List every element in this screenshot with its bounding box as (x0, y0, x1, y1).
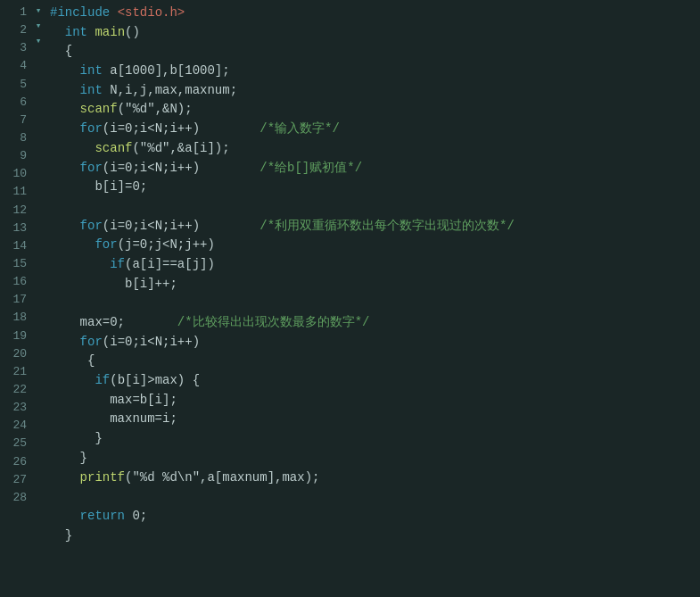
code-line: for(i=0;i<N;i++) /*输入数字*/ (50, 120, 700, 139)
code-line: } (50, 449, 700, 468)
code-line (50, 294, 700, 313)
code-line: int a[1000],b[1000]; (50, 62, 700, 81)
code-line: max=b[i]; (50, 391, 700, 410)
code-content[interactable]: #include <stdio.h> int main() { int a[10… (45, 4, 700, 593)
code-line: scanf("%d",&N); (50, 100, 700, 120)
code-line: for(i=0;i<N;i++) (50, 333, 700, 352)
code-line: } (50, 429, 700, 449)
line-numbers: 1234567891011121314151617181920212223242… (0, 4, 32, 593)
code-line: return 0; (50, 507, 700, 527)
code-line: maxnum=i; (50, 410, 700, 429)
code-line: if(b[i]>max) { (50, 371, 700, 391)
code-editor: 1234567891011121314151617181920212223242… (0, 0, 700, 597)
code-line: #include <stdio.h> (50, 4, 700, 23)
code-line: for(j=0;j<N;j++) (50, 236, 700, 255)
fold-column: ▾▾▾ (32, 4, 45, 593)
code-line (50, 487, 700, 507)
code-line: for(i=0;i<N;i++) /*利用双重循环数出每个数字出现过的次数*/ (50, 217, 700, 236)
code-line: { (50, 42, 700, 62)
code-line: { (50, 352, 700, 371)
code-line: printf("%d %d\n",a[maxnum],max); (50, 468, 700, 488)
code-line: if(a[i]==a[j]) (50, 255, 700, 275)
code-line: scanf("%d",&a[i]); (50, 139, 700, 159)
code-line: int N,i,j,max,maxnum; (50, 81, 700, 101)
code-line: for(i=0;i<N;i++) /*给b[]赋初值*/ (50, 159, 700, 178)
code-line: b[i]=0; (50, 178, 700, 197)
code-line: } (50, 527, 700, 546)
code-line: b[i]++; (50, 275, 700, 294)
code-line: max=0; /*比较得出出现次数最多的数字*/ (50, 313, 700, 333)
code-line: int main() (50, 23, 700, 43)
code-line (50, 197, 700, 217)
